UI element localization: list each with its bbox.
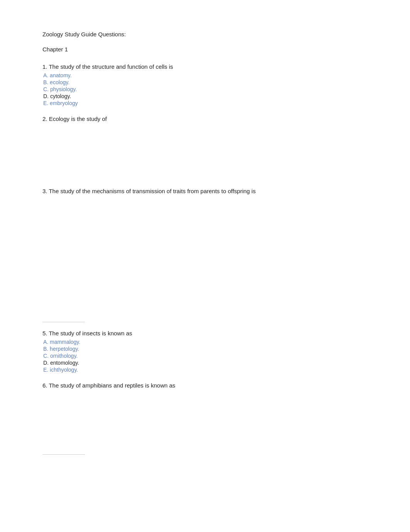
question-1-text: 1. The study of the structure and functi… (42, 63, 368, 70)
question-3-block: 3. The study of the mechanisms of transm… (42, 188, 368, 313)
question-1-block: 1. The study of the structure and functi… (42, 63, 368, 106)
question-2-block: 2. Ecology is the study of (42, 116, 368, 178)
q1-option-c: C. physiology. (42, 86, 368, 92)
q5-option-a: A. mammalogy. (42, 339, 368, 345)
question-2-text: 2. Ecology is the study of (42, 116, 368, 122)
page-title: Zoology Study Guide Questions: (42, 31, 368, 37)
q5-option-c: C. ornithology. (42, 353, 368, 359)
q1-option-a: A. anatomy. (42, 72, 368, 78)
q5-option-b: B. herpetology. (42, 346, 368, 352)
q1-option-b: B. ecology. (42, 79, 368, 85)
question-5-block: 5. The study of insects is known as A. m… (42, 330, 368, 373)
q5-option-d: D. entomology. (42, 360, 368, 366)
question-6-block: 6. The study of amphibians and reptiles … (42, 382, 368, 445)
q5-option-e: E. ichthyology. (42, 367, 368, 373)
divider-1 (42, 322, 85, 322)
question-5-text: 5. The study of insects is known as (42, 330, 368, 337)
q1-option-d: D. cytology. (42, 93, 368, 99)
q1-option-e: E. embryology (42, 100, 368, 106)
chapter-heading: Chapter 1 (42, 46, 368, 53)
question-3-text: 3. The study of the mechanisms of transm… (42, 188, 368, 194)
divider-2 (42, 454, 85, 455)
question-6-text: 6. The study of amphibians and reptiles … (42, 382, 368, 389)
